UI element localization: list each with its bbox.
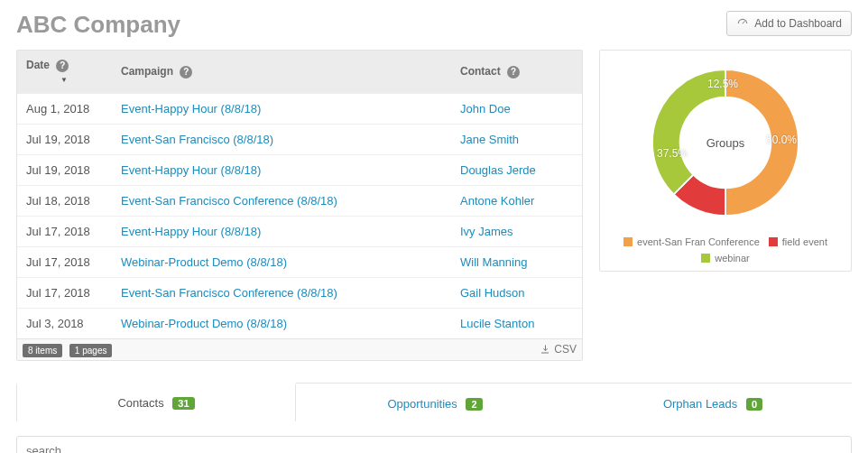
groups-chart-panel: Groups 50.0% 12.5% 37.5% event-San Fran … (599, 50, 852, 272)
campaign-link[interactable]: Event-San Francisco Conference (8/8/18) (121, 194, 337, 208)
campaign-link[interactable]: Event-Happy Hour (8/8/18) (121, 225, 261, 238)
tab-contacts[interactable]: Contacts 31 (16, 383, 296, 421)
campaign-link[interactable]: Event-San Francisco (8/8/18) (121, 133, 273, 146)
tab-opportunities-badge: 2 (466, 398, 482, 411)
contact-link[interactable]: Gail Hudson (460, 286, 525, 300)
tab-contacts-badge: 31 (172, 397, 194, 410)
contact-link[interactable]: John Doe (460, 102, 511, 116)
download-icon (540, 344, 550, 355)
cell-date: Jul 18, 2018 (17, 185, 112, 216)
campaign-link[interactable]: Event-Happy Hour (8/8/18) (121, 102, 261, 116)
table-row: Jul 19, 2018Event-San Francisco (8/8/18)… (17, 124, 582, 154)
page-title: ABC Company (16, 11, 180, 39)
help-icon[interactable]: ? (180, 66, 192, 79)
table-footer: 8 items 1 pages CSV (17, 338, 582, 360)
campaign-link[interactable]: Event-San Francisco Conference (8/8/18) (121, 286, 337, 300)
items-count-pill: 8 items (23, 344, 62, 357)
cell-date: Jul 17, 2018 (17, 216, 112, 246)
col-date-header[interactable]: Date ? ▼ (17, 51, 112, 93)
legend-swatch (701, 254, 710, 263)
cell-date: Aug 1, 2018 (17, 93, 112, 124)
pages-count-pill: 1 pages (69, 344, 113, 357)
campaign-link[interactable]: Event-Happy Hour (8/8/18) (121, 163, 261, 177)
contact-link[interactable]: Antone Kohler (460, 194, 534, 208)
contact-link[interactable]: Lucile Stanton (460, 317, 534, 330)
contact-link[interactable]: Jane Smith (460, 133, 519, 146)
cell-date: Jul 3, 2018 (17, 308, 112, 338)
legend-item[interactable]: webinar (701, 253, 750, 263)
export-csv-button[interactable]: CSV (540, 343, 577, 356)
contact-link[interactable]: Will Manning (460, 255, 527, 269)
slice-label-0: 50.0% (766, 134, 797, 146)
table-row: Jul 17, 2018Event-Happy Hour (8/8/18)Ivy… (17, 216, 582, 246)
help-icon[interactable]: ? (507, 66, 520, 79)
chart-legend: event-San Fran Conferencefield eventwebi… (611, 236, 840, 263)
legend-swatch (623, 237, 633, 246)
contact-link[interactable]: Douglas Jerde (460, 163, 536, 177)
contact-link[interactable]: Ivy James (460, 225, 513, 238)
groups-donut-chart: Groups 50.0% 12.5% 37.5% (644, 61, 807, 224)
col-contact-header[interactable]: Contact ? (451, 51, 582, 93)
tab-opportunities[interactable]: Opportunities 2 (296, 384, 574, 421)
table-row: Jul 17, 2018Event-San Francisco Conferen… (17, 277, 582, 308)
legend-swatch (769, 237, 778, 246)
chart-center-label: Groups (706, 136, 745, 150)
col-campaign-header[interactable]: Campaign ? (112, 51, 451, 93)
cell-date: Jul 17, 2018 (17, 246, 112, 277)
table-row: Jul 17, 2018Webinar-Product Demo (8/8/18… (17, 246, 582, 277)
table-row: Aug 1, 2018Event-Happy Hour (8/8/18)John… (17, 93, 582, 124)
legend-item[interactable]: field event (769, 236, 827, 247)
slice-label-2: 37.5% (657, 147, 688, 160)
legend-item[interactable]: event-San Fran Conference (623, 236, 760, 247)
slice-label-1: 12.5% (707, 78, 738, 90)
help-icon[interactable]: ? (56, 60, 69, 72)
table-row: Jul 18, 2018Event-San Francisco Conferen… (17, 185, 582, 216)
search-input[interactable] (16, 436, 852, 453)
dashboard-icon (736, 17, 749, 30)
table-row: Jul 3, 2018Webinar-Product Demo (8/8/18)… (17, 308, 582, 338)
campaigns-table-panel: Date ? ▼ Campaign ? Contact ? (16, 50, 583, 361)
campaign-link[interactable]: Webinar-Product Demo (8/8/18) (121, 317, 287, 330)
campaign-link[interactable]: Webinar-Product Demo (8/8/18) (121, 255, 287, 269)
table-row: Jul 19, 2018Event-Happy Hour (8/8/18)Dou… (17, 154, 582, 185)
cell-date: Jul 19, 2018 (17, 124, 112, 154)
cell-date: Jul 17, 2018 (17, 277, 112, 308)
tabs: Contacts 31 Opportunities 2 Orphan Leads… (16, 383, 852, 421)
cell-date: Jul 19, 2018 (17, 154, 112, 185)
add-to-dashboard-button[interactable]: Add to Dashboard (726, 11, 852, 36)
tab-orphan-leads[interactable]: Orphan Leads 0 (574, 384, 852, 421)
campaigns-table: Date ? ▼ Campaign ? Contact ? (17, 51, 582, 338)
tab-orphan-badge: 0 (746, 398, 762, 411)
add-to-dashboard-label: Add to Dashboard (754, 17, 842, 30)
sort-desc-icon[interactable]: ▼ (60, 76, 68, 84)
